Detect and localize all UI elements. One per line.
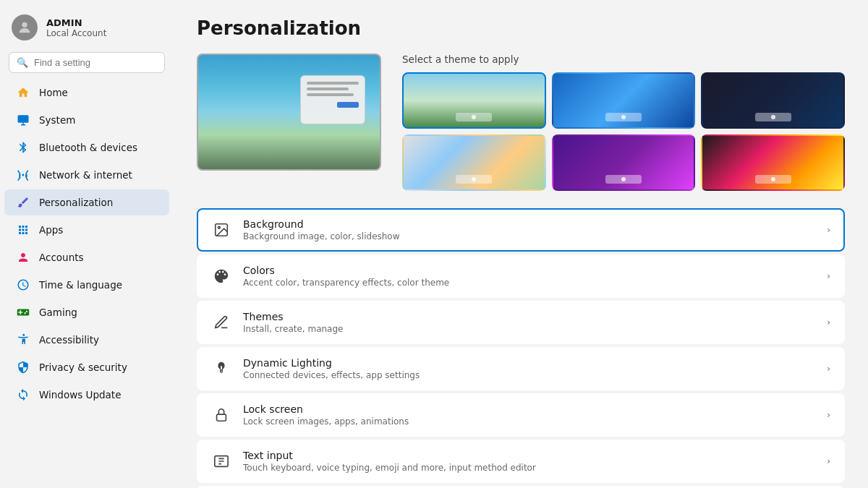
user-role: Local Account	[46, 28, 106, 38]
sidebar-item-apps[interactable]: Apps	[4, 217, 169, 243]
search-box[interactable]: 🔍	[9, 52, 165, 73]
svg-point-5	[218, 226, 220, 228]
themes-icon	[211, 312, 231, 333]
sidebar-item-label: Apps	[39, 224, 63, 236]
settings-item-lock-screen[interactable]: Lock screen Lock screen images, apps, an…	[197, 393, 845, 437]
settings-item-dynamic-lighting[interactable]: Dynamic Lighting Connected devices, effe…	[197, 347, 845, 390]
colors-title: Colors	[243, 265, 815, 276]
preview-line-3	[307, 93, 354, 96]
taskbar-indicator-5	[605, 175, 642, 184]
sidebar-item-label: Time & language	[39, 279, 122, 291]
lock-screen-icon	[211, 405, 231, 425]
preview-line-2	[307, 87, 349, 90]
taskbar-indicator-2	[605, 113, 642, 121]
sidebar-item-label: Home	[39, 87, 68, 98]
time-icon	[16, 278, 30, 292]
theme-option-4[interactable]	[402, 134, 546, 191]
sidebar-item-update[interactable]: Windows Update	[4, 382, 169, 408]
settings-item-colors[interactable]: Colors Accent color, transparency effect…	[197, 254, 845, 298]
themes-title: Themes	[243, 311, 815, 322]
search-input[interactable]	[34, 57, 157, 68]
settings-item-text-input[interactable]: Text input Touch keyboard, voice typing,…	[197, 440, 845, 483]
gaming-icon	[16, 305, 30, 320]
avatar	[12, 14, 38, 40]
sidebar-item-time[interactable]: Time & language	[4, 272, 169, 298]
themes-chevron: ›	[827, 317, 830, 328]
sidebar-item-label: Windows Update	[39, 389, 121, 401]
apps-icon	[16, 223, 30, 237]
theme-option-6[interactable]	[701, 134, 845, 191]
lock-screen-desc: Lock screen images, apps, animations	[243, 416, 815, 427]
lock-screen-title: Lock screen	[243, 403, 815, 415]
text-input-desc: Touch keyboard, voice typing, emoji and …	[243, 463, 815, 473]
system-icon	[16, 113, 30, 127]
preview-dialog	[300, 75, 365, 124]
svg-rect-1	[18, 115, 29, 123]
nav-list: Home System Bluetooth & devices Network …	[0, 79, 174, 408]
dynamic-lighting-icon	[211, 359, 231, 379]
preview-window	[197, 53, 381, 171]
sidebar-item-label: Bluetooth & devices	[39, 142, 137, 153]
update-icon	[16, 388, 30, 402]
network-icon	[16, 168, 30, 182]
theme-option-2[interactable]	[552, 72, 696, 129]
search-icon: 🔍	[17, 57, 28, 68]
background-chevron: ›	[827, 225, 830, 235]
background-desc: Background image, color, slideshow	[243, 231, 815, 241]
sidebar-item-personalization[interactable]: Personalization	[4, 189, 169, 215]
dynamic-lighting-desc: Connected devices, effects, app settings	[243, 370, 815, 380]
theme-option-5[interactable]	[552, 134, 696, 191]
preview-line-1	[307, 82, 359, 85]
text-input-icon	[211, 451, 231, 471]
themes-desc: Install, create, manage	[243, 324, 815, 334]
user-profile[interactable]: ADMIN Local Account	[0, 9, 174, 52]
settings-item-themes[interactable]: Themes Install, create, manage ›	[197, 301, 845, 344]
sidebar-item-label: Gaming	[39, 307, 77, 318]
theme-picker: Select a theme to apply	[402, 53, 845, 191]
theme-preview	[197, 53, 385, 191]
sidebar-item-privacy[interactable]: Privacy & security	[4, 354, 169, 380]
colors-icon	[211, 266, 231, 286]
text-input-chevron: ›	[827, 456, 830, 466]
svg-point-0	[22, 22, 27, 27]
preview-button	[337, 102, 359, 108]
sidebar-item-gaming[interactable]: Gaming	[4, 299, 169, 325]
taskbar-indicator-1	[456, 113, 492, 121]
theme-section: Select a theme to apply	[197, 53, 845, 191]
sidebar: ADMIN Local Account 🔍 Home System Blue	[0, 0, 174, 488]
sidebar-item-bluetooth[interactable]: Bluetooth & devices	[4, 134, 169, 160]
sidebar-item-accounts[interactable]: Accounts	[4, 244, 169, 270]
svg-rect-6	[217, 414, 226, 421]
taskbar-indicator-4	[456, 175, 492, 184]
sidebar-item-system[interactable]: System	[4, 107, 169, 133]
main-content: Personalization Select a theme to apply	[174, 0, 868, 488]
sidebar-item-home[interactable]: Home	[4, 80, 169, 106]
theme-grid	[402, 72, 845, 191]
accounts-icon	[16, 250, 30, 265]
settings-list: Background Background image, color, slid…	[197, 208, 845, 488]
personalization-icon	[16, 195, 30, 210]
lock-screen-chevron: ›	[827, 410, 830, 420]
background-title: Background	[243, 218, 815, 230]
sidebar-item-label: System	[39, 114, 75, 126]
sidebar-item-label: Accounts	[39, 252, 84, 263]
sidebar-item-label: Network & internet	[39, 169, 132, 181]
theme-picker-label: Select a theme to apply	[402, 53, 845, 65]
settings-item-background[interactable]: Background Background image, color, slid…	[197, 208, 845, 252]
page-title: Personalization	[197, 17, 845, 39]
colors-desc: Accent color, transparency effects, colo…	[243, 278, 815, 288]
taskbar-indicator-6	[755, 175, 791, 184]
accessibility-icon	[16, 333, 30, 347]
text-input-title: Text input	[243, 450, 815, 461]
dynamic-lighting-chevron: ›	[827, 364, 830, 374]
theme-option-3[interactable]	[701, 72, 845, 129]
sidebar-item-accessibility[interactable]: Accessibility	[4, 327, 169, 353]
sidebar-item-network[interactable]: Network & internet	[4, 162, 169, 188]
sidebar-item-label: Personalization	[39, 197, 113, 208]
theme-option-1[interactable]	[402, 72, 546, 129]
sidebar-item-label: Privacy & security	[39, 361, 127, 373]
user-icon	[17, 20, 33, 35]
background-icon	[211, 220, 231, 240]
taskbar-indicator-3	[755, 113, 791, 121]
bluetooth-icon	[16, 140, 30, 155]
